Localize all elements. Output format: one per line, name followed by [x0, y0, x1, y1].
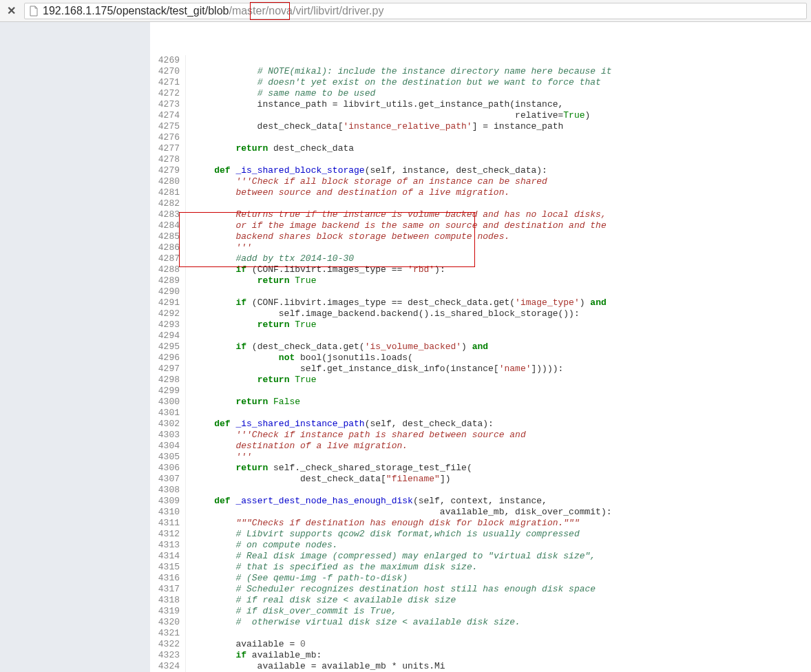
- url-boxed: /master/: [229, 5, 268, 17]
- line-number: 4274: [150, 110, 186, 121]
- url-after: nova/virt/libvirt/driver.py: [268, 5, 383, 17]
- code-area[interactable]: 42694270 # NOTE(mikal): include the inst…: [150, 22, 811, 672]
- code-line: 4285 backend shares block storage betwee…: [150, 231, 811, 242]
- line-number: 4270: [150, 66, 186, 77]
- line-number: 4275: [150, 121, 186, 132]
- line-number: 4307: [150, 474, 186, 485]
- code-line: 4275 dest_check_data['instance_relative_…: [150, 121, 811, 132]
- line-number: 4278: [150, 154, 186, 165]
- code-content: #add by ttx 2014-10-30: [186, 253, 354, 264]
- code-content: '''Check if instance path is shared betw…: [186, 430, 526, 441]
- line-number: 4321: [150, 628, 186, 639]
- code-content: return self._check_shared_storage_test_f…: [186, 463, 472, 474]
- code-content: if (CONF.libvirt.images_type == dest_che…: [186, 297, 607, 308]
- code-line: 4279 def _is_shared_block_storage(self, …: [150, 165, 811, 176]
- line-number: 4301: [150, 408, 186, 419]
- code-content: available_mb, disk_over_commit):: [186, 507, 612, 518]
- line-number: 4308: [150, 485, 186, 496]
- code-content: # same name to be used: [186, 88, 375, 99]
- line-number: 4316: [150, 573, 186, 584]
- line-number: 4271: [150, 77, 186, 88]
- url-before: 192.168.1.175/openstack/test_git/blob: [43, 5, 229, 17]
- line-number: 4323: [150, 650, 186, 661]
- code-line: 4291 if (CONF.libvirt.images_type == des…: [150, 297, 811, 308]
- code-line: 4310 available_mb, disk_over_commit):: [150, 507, 811, 518]
- code-line: 4287 #add by ttx 2014-10-30: [150, 253, 811, 264]
- code-line: 4319 # if disk_over_commit is True,: [150, 606, 811, 617]
- url-text: 192.168.1.175/openstack/test_git/blob/ma…: [43, 5, 383, 17]
- code-line: 4322 available = 0: [150, 639, 811, 650]
- code-line: 4277 return dest_check_data: [150, 143, 811, 154]
- code-content: return dest_check_data: [186, 143, 354, 154]
- line-number: 4277: [150, 143, 186, 154]
- line-number: 4305: [150, 452, 186, 463]
- line-number: 4309: [150, 496, 186, 507]
- code-line: 4307 dest_check_data["filename"]): [150, 474, 811, 485]
- code-content: backend shares block storage between com…: [186, 231, 509, 242]
- code-line: 4303 '''Check if instance path is shared…: [150, 430, 811, 441]
- code-content: return True: [186, 319, 316, 330]
- line-number: 4295: [150, 342, 186, 353]
- line-number: 4297: [150, 364, 186, 375]
- code-line: 4289 return True: [150, 275, 811, 286]
- line-number: 4320: [150, 617, 186, 628]
- code-content: not bool(jsonutils.loads(: [186, 353, 413, 364]
- code-line: 4288 if (CONF.libvirt.images_type == 'rb…: [150, 264, 811, 275]
- code-viewer: 42694270 # NOTE(mikal): include the inst…: [150, 22, 811, 672]
- code-line: 4323 if available_mb:: [150, 650, 811, 661]
- code-content: '''Check if all block storage of an inst…: [186, 176, 547, 187]
- line-number: 4272: [150, 88, 186, 99]
- line-number: 4312: [150, 529, 186, 540]
- code-line: 4318 # if real disk size < available dis…: [150, 595, 811, 606]
- code-content: # NOTE(mikal): include the instance dire…: [186, 66, 612, 77]
- line-number: 4269: [150, 55, 186, 66]
- line-number: 4315: [150, 562, 186, 573]
- code-line: 4316 # (See qemu-img -f path-to-disk): [150, 573, 811, 584]
- code-line: 4280 '''Check if all block storage of an…: [150, 176, 811, 187]
- line-number: 4322: [150, 639, 186, 650]
- code-line: 4317 # Scheduler recognizes destination …: [150, 584, 811, 595]
- code-line: 4321: [150, 628, 811, 639]
- code-content: return True: [186, 275, 316, 286]
- code-content: # (See qemu-img -f path-to-disk): [186, 573, 408, 584]
- line-number: 4289: [150, 275, 186, 286]
- code-line: 4284 or if the image backend is the same…: [150, 220, 811, 231]
- code-line: 4270 # NOTE(mikal): include the instance…: [150, 66, 811, 77]
- code-content: # otherwise virtual disk size < availabl…: [186, 617, 520, 628]
- line-number: 4280: [150, 176, 186, 187]
- code-content: # Real disk image (compressed) may enlar…: [186, 551, 596, 562]
- line-number: 4288: [150, 264, 186, 275]
- url-bar[interactable]: 192.168.1.175/openstack/test_git/blob/ma…: [24, 3, 807, 19]
- code-content: def _is_shared_instance_path(self, dest_…: [186, 419, 494, 430]
- code-line: 4311 """Checks if destination has enough…: [150, 518, 811, 529]
- code-content: if (dest_check_data.get('is_volume_backe…: [186, 342, 488, 353]
- line-number: 4292: [150, 308, 186, 319]
- line-number: 4276: [150, 132, 186, 143]
- line-number: 4299: [150, 386, 186, 397]
- code-line: 4312 # Libvirt supports qcow2 disk forma…: [150, 529, 811, 540]
- line-number: 4282: [150, 198, 186, 209]
- code-content: available = available_mb * units.Mi: [186, 661, 445, 672]
- code-content: # Libvirt supports qcow2 disk format,whi…: [186, 529, 580, 540]
- code-line: 4324 available = available_mb * units.Mi: [150, 661, 811, 672]
- line-number: 4283: [150, 209, 186, 220]
- code-line: 4274 relative=True): [150, 110, 811, 121]
- line-number: 4314: [150, 551, 186, 562]
- code-line: 4315 # that is specified as the maximum …: [150, 562, 811, 573]
- page-icon: [29, 6, 39, 17]
- code-line: 4299: [150, 386, 811, 397]
- stop-reload-button[interactable]: ✕: [4, 4, 19, 17]
- line-number: 4319: [150, 606, 186, 617]
- line-number: 4290: [150, 286, 186, 297]
- line-number: 4300: [150, 397, 186, 408]
- code-line: 4278: [150, 154, 811, 165]
- line-number: 4287: [150, 253, 186, 264]
- code-content: instance_path = libvirt_utils.get_instan…: [186, 99, 563, 110]
- code-line: 4294: [150, 330, 811, 342]
- code-content: # if disk_over_commit is True,: [186, 606, 397, 617]
- code-content: self.get_instance_disk_info(instance['na…: [186, 364, 563, 375]
- code-line: 4276: [150, 132, 811, 143]
- line-number: 4298: [150, 375, 186, 386]
- code-line: 4286 ''': [150, 242, 811, 253]
- code-content: # on compute nodes.: [186, 540, 338, 551]
